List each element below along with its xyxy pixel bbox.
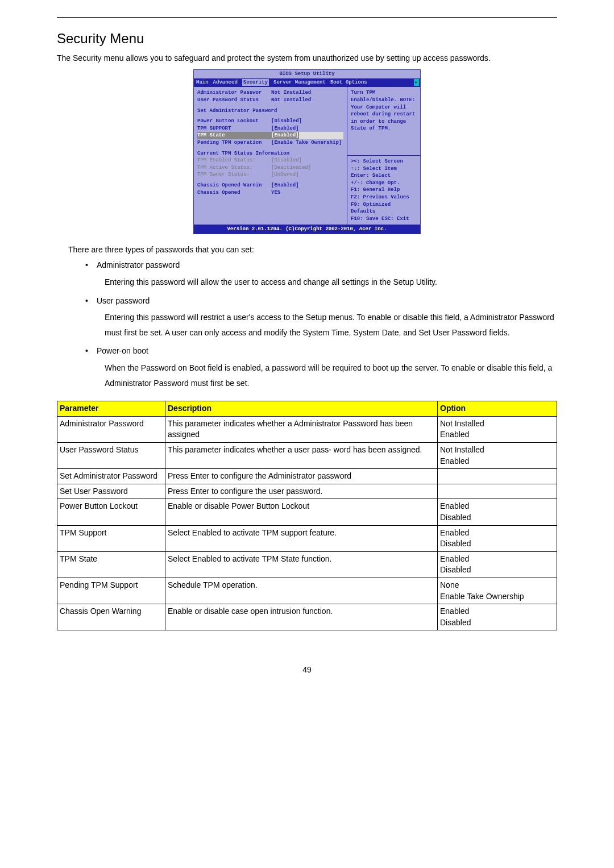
cell-desc: Select Enabled to activate TPM State fun… xyxy=(165,551,438,578)
cell-opt: Enabled Disabled xyxy=(438,525,557,551)
type-desc: Entering this password will allow the us… xyxy=(105,275,557,290)
bios-tab-server: Server Management xyxy=(273,79,326,86)
user-pw-label: User Password Status xyxy=(197,97,271,104)
help-key-7: F10: Save ESC: Exit xyxy=(351,215,417,223)
tpm-support-label: TPM SUPPORT xyxy=(197,125,271,132)
table-row: TPM SupportSelect Enabled to activate TP… xyxy=(57,525,557,551)
help-key-3: +/-: Change Opt. xyxy=(351,180,417,187)
help-key-1: ↑↓: Select Item xyxy=(351,165,417,173)
pending-label: Pending TPM operation xyxy=(197,139,271,147)
tpm-state-value: [Enabled] xyxy=(271,132,299,139)
cell-opt: Enabled Disabled xyxy=(438,499,557,525)
cell-desc: This parameter indicates whether a user … xyxy=(165,443,438,469)
help-top-5: State of TPM. xyxy=(351,125,417,132)
type-label: User password xyxy=(97,296,150,307)
cell-desc: Select Enabled to activate TPM support f… xyxy=(165,525,438,551)
list-item: • User password Entering this password w… xyxy=(85,296,557,340)
help-key-6: F9: Optimized Defaults xyxy=(351,201,417,215)
bios-screenshot: BIOS Setup Utility Main Advanced Securit… xyxy=(57,69,557,234)
cell-param: TPM State xyxy=(57,551,165,578)
cell-opt xyxy=(438,484,557,499)
cell-param: Administrator Password xyxy=(57,416,165,442)
chassis-warn-value: [Enabled] xyxy=(271,182,299,189)
table-row: Set Administrator PasswordPress Enter to… xyxy=(57,469,557,484)
tpm-active-value: [Deactivated] xyxy=(271,164,311,172)
list-item: • Power-on boot When the Password on Boo… xyxy=(85,346,557,391)
type-label: Power-on boot xyxy=(97,346,148,357)
bios-tab-security: Security xyxy=(242,79,269,86)
cell-opt: Not Installed Enabled xyxy=(438,416,557,442)
pending-value: [Enable Take Ownership] xyxy=(271,139,342,147)
cell-opt: Enabled Disabled xyxy=(438,551,557,578)
cell-desc: Enable or disable Power Button Lockout xyxy=(165,499,438,525)
table-row: Power Button LockoutEnable or disable Po… xyxy=(57,499,557,525)
cell-desc: This parameter indicates whether a Admin… xyxy=(165,416,438,442)
list-item: • Administrator password Entering this p… xyxy=(85,260,557,289)
help-top-3: reboot during restart xyxy=(351,111,417,118)
bios-left-panel: Administrator PassworNot Installed User … xyxy=(194,86,347,225)
cell-desc: Press Enter to configure the Administrat… xyxy=(165,469,438,484)
tpm-support-value: [Enabled] xyxy=(271,125,299,132)
cell-param: Chassis Open Warning xyxy=(57,604,165,630)
cell-desc: Enable or disable case open intrusion fu… xyxy=(165,604,438,630)
cell-param: User Password Status xyxy=(57,443,165,469)
th-parameter: Parameter xyxy=(57,401,165,417)
table-row: Set User PasswordPress Enter to configur… xyxy=(57,484,557,499)
cell-param: Set Administrator Password xyxy=(57,469,165,484)
top-rule xyxy=(57,17,557,18)
help-top-1: Enable/Disable. NOTE: xyxy=(351,97,417,104)
bios-tab-main: Main xyxy=(196,79,209,86)
bullet-icon: • xyxy=(85,260,94,271)
table-row: Pending TPM SupportSchedule TPM operatio… xyxy=(57,578,557,604)
help-key-2: Enter: Select xyxy=(351,172,417,180)
type-label: Administrator password xyxy=(97,260,180,271)
th-option: Option xyxy=(438,401,557,417)
chassis-warn-label: Chassis Opened Warnin xyxy=(197,182,271,189)
cell-param: TPM Support xyxy=(57,525,165,551)
tpm-enabled-value: [Disabled] xyxy=(271,157,302,164)
tpm-owner-label: TPM Owner Status: xyxy=(197,171,271,178)
table-row: TPM StateSelect Enabled to activate TPM … xyxy=(57,551,557,578)
admin-pw-value: Not Installed xyxy=(271,89,311,97)
bios-arrow-icon: ▸ xyxy=(414,79,419,86)
power-button-value: [Disabled] xyxy=(271,118,302,125)
help-top-0: Turn TPM xyxy=(351,89,417,97)
type-desc: When the Password on Boot field is enabl… xyxy=(105,360,557,391)
bios-tab-boot: Boot Options xyxy=(330,79,367,86)
cell-desc: Schedule TPM operation. xyxy=(165,578,438,604)
tpm-active-label: TPM Active Status: xyxy=(197,164,271,172)
chassis-opened-value: YES xyxy=(271,189,280,197)
cell-param: Set User Password xyxy=(57,484,165,499)
table-row: Chassis Open WarningEnable or disable ca… xyxy=(57,604,557,630)
bullet-icon: • xyxy=(85,296,94,307)
cell-opt: Enabled Disabled xyxy=(438,604,557,630)
tpm-state-label: TPM State xyxy=(197,132,271,139)
table-row: Administrator PasswordThis parameter ind… xyxy=(57,416,557,442)
help-key-4: F1: General Help xyxy=(351,186,417,194)
chassis-opened-label: Chassis Opened xyxy=(197,189,271,197)
admin-pw-label: Administrator Passwor xyxy=(197,89,271,97)
th-description: Description xyxy=(165,401,438,417)
tpm-enabled-label: TPM Enabled Status: xyxy=(197,157,271,164)
power-button-label: Power Button Lockout xyxy=(197,118,271,125)
help-key-0: ><: Select Screen xyxy=(351,158,417,165)
page-number: 49 xyxy=(57,665,557,676)
tpm-status-header: Current TPM Status Information xyxy=(197,150,289,157)
type-desc: Entering this password will restrict a u… xyxy=(105,310,557,340)
set-admin-pw: Set Administrator Password xyxy=(197,107,277,115)
page-title: Security Menu xyxy=(57,29,557,48)
bios-footer: Version 2.01.1204. (C)Copyright 2002-201… xyxy=(194,225,420,234)
help-top-4: in order to change xyxy=(351,118,417,126)
help-top-2: Your Computer will xyxy=(351,104,417,111)
cell-opt: Not Installed Enabled xyxy=(438,443,557,469)
bios-help-panel: Turn TPM Enable/Disable. NOTE: Your Comp… xyxy=(347,86,420,225)
bullet-icon: • xyxy=(85,346,94,357)
cell-opt: None Enable Take Ownership xyxy=(438,578,557,604)
bios-tabs: Main Advanced Security Server Management… xyxy=(194,78,420,87)
user-pw-value: Not Installed xyxy=(271,97,311,104)
parameter-table: Parameter Description Option Administrat… xyxy=(57,401,557,630)
bios-tab-advanced: Advanced xyxy=(213,79,238,86)
help-key-5: F2: Previous Values xyxy=(351,194,417,201)
bios-title: BIOS Setup Utility xyxy=(194,70,420,78)
cell-opt xyxy=(438,469,557,484)
